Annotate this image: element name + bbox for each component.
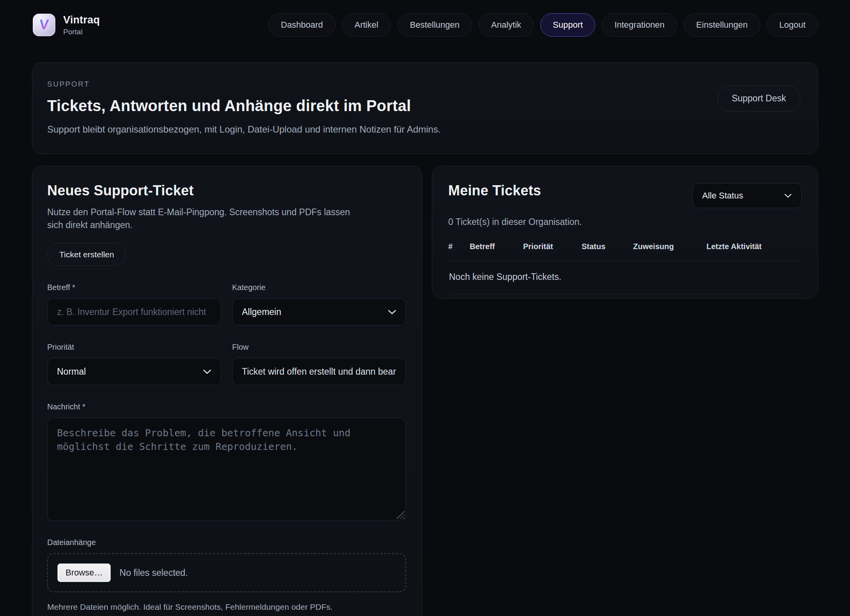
tickets-empty-row: Noch keine Support-Tickets. xyxy=(448,261,802,294)
no-files-text: No files selected. xyxy=(119,568,188,578)
page-subtitle: Support bleibt organisationsbezogen, mit… xyxy=(47,124,800,135)
attachments-field-group: Dateianhänge Browse… No files selected. … xyxy=(47,538,406,612)
form-grid: Betreff * Kategorie Allgemein Priorität xyxy=(47,283,406,385)
brand-text: Vintraq Portal xyxy=(63,14,100,36)
tickets-column-header: Zuweisung xyxy=(633,242,706,251)
table-divider xyxy=(448,294,802,294)
priority-label: Priorität xyxy=(47,343,221,352)
page-title: Tickets, Antworten und Anhänge direkt im… xyxy=(47,97,800,115)
new-ticket-description: Nutze den Portal-Flow statt E-Mail-Pingp… xyxy=(47,206,355,231)
chevron-down-icon xyxy=(203,369,211,374)
nav-item[interactable]: Einstellungen xyxy=(684,13,760,37)
subject-field-group: Betreff * xyxy=(47,283,221,326)
tickets-column-header: Letzte Aktivität xyxy=(706,242,802,251)
message-label: Nachricht * xyxy=(47,402,406,411)
nav-item[interactable]: Support xyxy=(540,13,595,37)
new-ticket-card: Neues Support-Ticket Nutze den Portal-Fl… xyxy=(32,166,422,616)
chevron-down-icon xyxy=(784,193,792,198)
subject-label: Betreff * xyxy=(47,283,221,292)
new-ticket-title: Neues Support-Ticket xyxy=(47,182,406,199)
priority-value: Normal xyxy=(57,366,86,377)
brand: V Vintraq Portal xyxy=(33,14,100,36)
brand-name: Vintraq xyxy=(63,14,100,26)
my-tickets-title: Meine Tickets xyxy=(448,182,541,199)
category-select[interactable]: Allgemein xyxy=(232,298,406,326)
tickets-column-header: Status xyxy=(582,242,633,251)
create-ticket-button[interactable]: Ticket erstellen xyxy=(47,243,126,266)
message-textarea[interactable] xyxy=(47,418,406,521)
nav-item[interactable]: Integrationen xyxy=(602,13,677,37)
my-tickets-card: Meine Tickets Alle Status 0 Ticket(s) in… xyxy=(432,166,818,299)
support-desk-button[interactable]: Support Desk xyxy=(717,85,800,112)
category-label: Kategorie xyxy=(232,283,406,292)
message-field-group: Nachricht * xyxy=(47,402,406,521)
hero-card: SUPPORT Tickets, Antworten und Anhänge d… xyxy=(32,62,818,154)
tickets-header: Meine Tickets Alle Status xyxy=(448,182,802,208)
flow-field-group: Flow xyxy=(232,343,406,385)
category-value: Allgemein xyxy=(242,307,281,317)
flow-input[interactable] xyxy=(232,358,406,385)
nav-item[interactable]: Dashboard xyxy=(268,13,335,37)
ticket-count-text: 0 Ticket(s) in dieser Organisation. xyxy=(448,217,802,227)
logo-letter: V xyxy=(39,18,50,32)
priority-field-group: Priorität Normal xyxy=(47,343,221,385)
subject-input[interactable] xyxy=(47,298,221,326)
message-textarea-wrap xyxy=(47,418,406,521)
tickets-column-header: # xyxy=(448,242,470,251)
nav-item[interactable]: Logout xyxy=(767,13,818,37)
vintraq-logo-icon: V xyxy=(33,14,55,36)
content-row: Neues Support-Ticket Nutze den Portal-Fl… xyxy=(32,166,818,616)
attachments-hint: Mehrere Dateien möglich. Ideal für Scree… xyxy=(47,602,406,612)
hero-eyebrow: SUPPORT xyxy=(47,80,800,89)
browse-files-button[interactable]: Browse… xyxy=(57,563,111,582)
nav-item[interactable]: Analytik xyxy=(479,13,534,37)
main-nav: Dashboard Artikel Bestellungen Analytik … xyxy=(268,13,818,37)
tickets-table-header: # Betreff Priorität Status Zuweisung Let… xyxy=(448,227,802,260)
support-page: V Vintraq Portal Dashboard Artikel Beste… xyxy=(0,0,850,616)
priority-select[interactable]: Normal xyxy=(47,358,221,385)
file-dropzone[interactable]: Browse… No files selected. xyxy=(47,553,406,592)
attachments-label: Dateianhänge xyxy=(47,538,406,547)
status-filter-value: Alle Status xyxy=(702,191,743,201)
tickets-column-header: Priorität xyxy=(523,242,582,251)
chevron-down-icon xyxy=(388,310,396,315)
nav-item[interactable]: Bestellungen xyxy=(397,13,472,37)
nav-item[interactable]: Artikel xyxy=(342,13,391,37)
tickets-column-header: Betreff xyxy=(470,242,523,251)
topbar: V Vintraq Portal Dashboard Artikel Beste… xyxy=(0,0,850,37)
flow-label: Flow xyxy=(232,343,406,352)
category-field-group: Kategorie Allgemein xyxy=(232,283,406,326)
brand-subtitle: Portal xyxy=(63,28,100,36)
status-filter-select[interactable]: Alle Status xyxy=(692,183,802,208)
